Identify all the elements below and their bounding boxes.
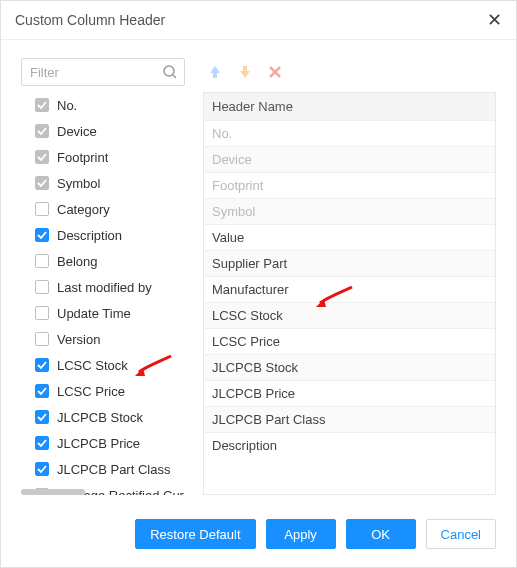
checkbox-icon[interactable] [35, 410, 49, 424]
dialog-footer: Restore Default Apply OK Cancel [1, 507, 516, 567]
cancel-button[interactable]: Cancel [426, 519, 496, 549]
checkbox-icon[interactable] [35, 306, 49, 320]
list-item[interactable]: Device [35, 118, 185, 144]
list-item-label: JLCPCB Stock [57, 410, 143, 425]
table-row[interactable]: Value [204, 224, 495, 250]
list-item[interactable]: LCSC Stock [35, 352, 185, 378]
checkbox-icon[interactable] [35, 228, 49, 242]
move-up-icon[interactable] [207, 64, 223, 80]
list-item[interactable]: Version [35, 326, 185, 352]
table-row[interactable]: Footprint [204, 172, 495, 198]
list-item[interactable]: Belong [35, 248, 185, 274]
checkbox-icon[interactable] [35, 176, 49, 190]
checkbox-icon[interactable] [35, 124, 49, 138]
list-item[interactable]: No. [35, 92, 185, 118]
checkbox-icon[interactable] [35, 202, 49, 216]
custom-column-header-dialog: Custom Column Header ✕ No.DeviceFootprin… [0, 0, 517, 568]
table-body: No.DeviceFootprintSymbolValueSupplier Pa… [204, 120, 495, 458]
list-item-label: LCSC Price [57, 384, 125, 399]
table-row[interactable]: Symbol [204, 198, 495, 224]
list-item-label: JLCPCB Price [57, 436, 140, 451]
remove-icon[interactable] [267, 64, 283, 80]
checkbox-icon[interactable] [35, 150, 49, 164]
table-row[interactable]: JLCPCB Part Class [204, 406, 495, 432]
list-item-label: Category [57, 202, 110, 217]
list-item[interactable]: Category [35, 196, 185, 222]
table-row[interactable]: JLCPCB Price [204, 380, 495, 406]
list-item-label: Device [57, 124, 97, 139]
ok-button[interactable]: OK [346, 519, 416, 549]
dialog-title: Custom Column Header [15, 12, 165, 28]
list-item-label: Version [57, 332, 100, 347]
list-item[interactable]: Update Time [35, 300, 185, 326]
move-down-icon[interactable] [237, 64, 253, 80]
table-header: Header Name [204, 93, 495, 120]
column-list-wrap: No.DeviceFootprintSymbolCategoryDescript… [21, 92, 185, 495]
titlebar: Custom Column Header ✕ [1, 1, 516, 40]
checkbox-icon[interactable] [35, 98, 49, 112]
column-list[interactable]: No.DeviceFootprintSymbolCategoryDescript… [21, 92, 185, 495]
checkbox-icon[interactable] [35, 462, 49, 476]
table-row[interactable]: LCSC Stock [204, 302, 495, 328]
checkbox-icon[interactable] [35, 358, 49, 372]
order-toolbar [203, 58, 496, 86]
table-row[interactable]: JLCPCB Stock [204, 354, 495, 380]
left-panel: No.DeviceFootprintSymbolCategoryDescript… [21, 58, 185, 495]
filter-input[interactable] [30, 65, 158, 80]
dialog-body: No.DeviceFootprintSymbolCategoryDescript… [1, 40, 516, 507]
list-item-label: Last modified by [57, 280, 152, 295]
list-item-label: Update Time [57, 306, 131, 321]
list-item-label: No. [57, 98, 77, 113]
list-item-label: LCSC Stock [57, 358, 128, 373]
list-item[interactable]: LCSC Price [35, 378, 185, 404]
filter-search[interactable] [21, 58, 185, 86]
checkbox-icon[interactable] [35, 254, 49, 268]
list-item[interactable]: JLCPCB Part Class [35, 456, 185, 482]
list-item-label: Symbol [57, 176, 100, 191]
checkbox-icon[interactable] [35, 436, 49, 450]
list-item-label: Footprint [57, 150, 108, 165]
table-row[interactable]: Device [204, 146, 495, 172]
list-item[interactable]: Last modified by [35, 274, 185, 300]
svg-line-1 [173, 75, 176, 78]
table-row[interactable]: LCSC Price [204, 328, 495, 354]
table-row[interactable]: Manufacturer [204, 276, 495, 302]
table-row[interactable]: No. [204, 120, 495, 146]
close-icon[interactable]: ✕ [487, 11, 502, 29]
checkbox-icon[interactable] [35, 280, 49, 294]
apply-button[interactable]: Apply [266, 519, 336, 549]
checkbox-icon[interactable] [35, 332, 49, 346]
table-row[interactable]: Supplier Part [204, 250, 495, 276]
list-item[interactable]: Footprint [35, 144, 185, 170]
right-panel: Header Name No.DeviceFootprintSymbolValu… [203, 58, 496, 495]
list-item[interactable]: JLCPCB Price [35, 430, 185, 456]
list-item[interactable]: Description [35, 222, 185, 248]
list-item-label: Belong [57, 254, 97, 269]
list-item[interactable]: Symbol [35, 170, 185, 196]
list-item-label: JLCPCB Part Class [57, 462, 170, 477]
list-item-label: Description [57, 228, 122, 243]
svg-point-0 [164, 66, 174, 76]
restore-default-button[interactable]: Restore Default [135, 519, 255, 549]
header-name-table: Header Name No.DeviceFootprintSymbolValu… [203, 92, 496, 495]
checkbox-icon[interactable] [35, 384, 49, 398]
search-icon[interactable] [162, 64, 178, 80]
list-item[interactable]: JLCPCB Stock [35, 404, 185, 430]
table-row[interactable]: Description [204, 432, 495, 458]
horizontal-scrollbar[interactable] [21, 489, 185, 495]
